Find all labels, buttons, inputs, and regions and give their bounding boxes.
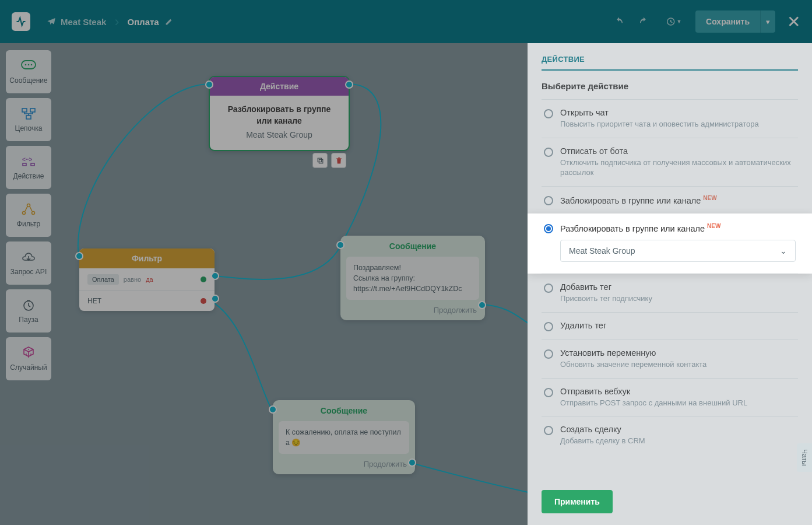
node-message-fail[interactable]: Сообщение К сожалению, оплата не поступи… [273,400,415,474]
option-desc: Добавить сделку в CRM [560,436,796,446]
filter-op: равно [124,276,141,283]
action-options-list: Открыть чатПовысить приоритет чата и опо… [542,99,798,454]
action-option[interactable]: Отправить вебхукОтправить POST запрос с … [542,378,798,416]
radio-button[interactable] [544,426,553,435]
svg-rect-9 [31,163,34,166]
action-option[interactable]: Открыть чатПовысить приоритет чата и опо… [542,99,798,138]
tool-action[interactable]: <··>Действие [6,146,51,189]
tool-label: Сообщение [9,76,47,85]
branch-dot-yes [201,276,206,282]
radio-button[interactable] [544,109,553,118]
action-option[interactable]: Удалить тег [542,312,798,340]
action-option[interactable]: Разблокировать в группе или каналеNEWMea… [528,214,812,274]
action-option[interactable]: Отписать от ботаОтключить подписчика от … [542,138,798,186]
port[interactable] [269,405,277,414]
option-desc: Обновить значение переменной контакта [560,359,796,370]
toolbox: Сообщение Цепочка <··>Действие Фильтр За… [6,50,51,380]
filter-else-row[interactable]: НЕТ [79,291,215,311]
node-message-success[interactable]: Сообщение Поздравляем! Ссылка на группу:… [340,236,485,320]
option-title: Создать сделку [560,425,796,434]
node-header: Сообщение [273,400,415,421]
node-filter[interactable]: Фильтр Оплата равно да НЕТ [79,249,215,311]
tool-api[interactable]: Запрос API [6,242,51,285]
option-title: Установить переменную [560,348,796,358]
radio-button[interactable] [544,284,553,293]
action-option[interactable]: Добавить тегПрисвоить тег подписчику [542,274,798,312]
radio-button[interactable] [544,388,553,397]
filter-value: да [146,276,153,283]
option-desc: Отключить подписчика от получения массов… [560,158,796,178]
new-badge: NEW [703,195,716,201]
port[interactable] [75,252,83,260]
duplicate-node-button[interactable] [312,153,328,168]
bot-name[interactable]: Meat Steak [47,17,106,27]
message-continue[interactable]: Продолжить [340,303,485,320]
radio-button[interactable] [544,322,553,331]
tool-pause[interactable]: Пауза [6,289,51,332]
svg-point-11 [23,212,26,215]
undo-button[interactable] [608,10,630,33]
action-option[interactable]: Создать сделкуДобавить сделку в CRM [542,416,798,454]
svg-rect-6 [26,116,31,119]
tool-random[interactable]: Случайный [6,337,51,380]
tool-label: Действие [13,172,44,180]
page-title[interactable]: Оплата [127,17,172,27]
option-title: Разблокировать в группе или каналеNEW [560,223,796,233]
svg-point-10 [27,204,30,207]
tool-filter[interactable]: Фильтр [6,194,51,237]
option-desc: Повысить приоритет чата и оповестить адм… [560,119,796,130]
telegram-icon [47,17,56,26]
radio-button[interactable] [544,196,553,205]
tool-message[interactable]: Сообщение [6,50,51,93]
filter-else-label: НЕТ [87,297,101,305]
option-title: Отправить вебхук [560,387,796,396]
tool-chain[interactable]: Цепочка [6,98,51,141]
radio-button[interactable] [544,148,553,157]
node-action-title: Разблокировать в группе или канале [219,104,339,127]
message-body: Поздравляем! Ссылка на группу: https://t… [346,257,479,300]
history-button[interactable]: ▼ [657,10,690,33]
svg-rect-5 [30,108,35,112]
port[interactable] [211,295,219,303]
action-option[interactable]: Заблокировать в группе или каналеNEW [542,186,798,214]
node-header: Сообщение [340,236,485,257]
chevron-down-icon: ⌄ [780,246,787,256]
tool-label: Цепочка [15,124,43,132]
tool-label: Случайный [10,363,47,372]
port[interactable] [345,80,353,89]
node-action[interactable]: Действие Разблокировать в группе или кан… [209,76,350,151]
port[interactable] [408,459,416,467]
message-continue[interactable]: Продолжить [273,457,415,474]
edit-icon [165,18,173,26]
filter-field: Оплата [87,274,119,285]
close-button[interactable]: ✕ [787,12,800,32]
radio-button[interactable] [544,224,553,233]
redo-button[interactable] [632,10,655,33]
delete-node-button[interactable] [331,153,346,168]
group-select[interactable]: Meat Steak Group⌄ [560,240,796,262]
save-button[interactable]: Сохранить [695,10,760,33]
port[interactable] [205,80,213,89]
port[interactable] [211,272,219,280]
option-title: Открыть чат [560,108,796,117]
apply-button[interactable]: Применить [542,490,613,513]
save-dropdown-button[interactable]: ▾ [760,10,775,33]
node-tools [312,153,346,168]
option-title: Отписать от бота [560,146,796,156]
tool-label: Запрос API [10,268,47,276]
port[interactable] [478,301,486,309]
app-logo[interactable] [12,12,30,31]
svg-point-1 [25,64,27,66]
new-badge: NEW [707,223,720,229]
branch-dot-no [201,298,206,304]
svg-rect-17 [319,159,323,163]
action-option[interactable]: Установить переменнуюОбновить значение п… [542,340,798,378]
svg-point-14 [26,354,27,355]
radio-button[interactable] [544,349,553,359]
action-config-panel: ДЕЙСТВИЕ Выберите действие Открыть чатПо… [528,43,812,525]
chats-tab[interactable]: Чаты [797,443,812,472]
port[interactable] [336,241,345,249]
filter-condition-row[interactable]: Оплата равно да [79,268,215,291]
tool-label: Пауза [19,316,38,324]
svg-point-12 [32,212,35,215]
